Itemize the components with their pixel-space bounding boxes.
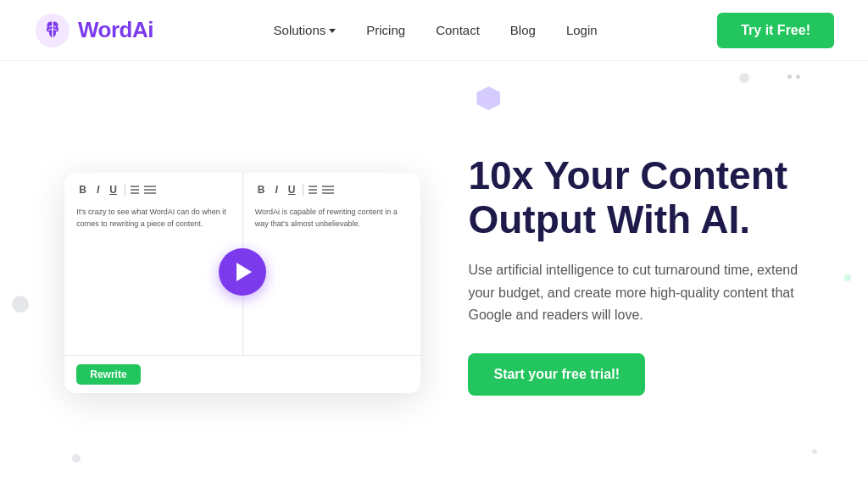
deco-hexagon: [476, 86, 500, 110]
deco-mini-dot: [796, 75, 800, 79]
rewrite-button[interactable]: Rewrite: [76, 364, 140, 385]
editor-text-right: WordAi is capable of rewriting content i…: [255, 207, 409, 230]
deco-dot-top: [739, 73, 749, 83]
logo-icon: [34, 12, 71, 49]
toolbar-list-r: [309, 186, 334, 194]
nav-pricing[interactable]: Pricing: [366, 23, 405, 37]
hero-subtitle: Use artificial intelligence to cut turna…: [468, 259, 826, 326]
chevron-down-icon: [329, 29, 336, 33]
editor-pane-left: B I U: [64, 173, 243, 355]
editor-text-left: It's crazy to see what WordAI can do whe…: [76, 207, 231, 230]
toolbar-italic-r[interactable]: I: [272, 183, 280, 197]
toolbar-bold-r[interactable]: B: [255, 183, 268, 197]
toolbar-italic[interactable]: I: [94, 183, 102, 197]
toolbar-sep-1: [125, 184, 125, 196]
nav-blog[interactable]: Blog: [510, 23, 536, 37]
deco-dot-right: [844, 274, 851, 281]
play-icon: [236, 263, 252, 281]
play-button[interactable]: [219, 248, 266, 296]
toolbar-list: [131, 186, 156, 194]
toolbar-sep-2: [303, 184, 303, 196]
toolbar-right: B I U: [255, 183, 409, 197]
toolbar-underline[interactable]: U: [107, 183, 120, 197]
editor-card: B I U: [64, 173, 420, 393]
logo[interactable]: WordAi: [34, 12, 153, 49]
logo-text: WordAi: [78, 17, 153, 43]
main-content: B I U: [0, 61, 868, 488]
deco-dots-row: [787, 75, 800, 79]
hero-panel: 10x Your Content Output With AI. Use art…: [451, 61, 868, 488]
trial-button[interactable]: Start your free trial!: [468, 353, 644, 396]
deco-dot-small: [812, 449, 817, 454]
deco-circle-1: [12, 296, 29, 313]
demo-panel: B I U: [0, 61, 451, 488]
try-free-button[interactable]: Try it Free!: [717, 13, 834, 48]
deco-mini-dot: [787, 75, 792, 79]
toolbar-underline-r[interactable]: U: [286, 183, 298, 197]
nav-contact[interactable]: Contact: [436, 23, 480, 37]
nav-login[interactable]: Login: [566, 23, 598, 37]
deco-circle-2: [72, 454, 81, 463]
toolbar-left: B I U: [76, 183, 231, 197]
hero-title: 10x Your Content Output With AI.: [468, 153, 826, 243]
toolbar-bold[interactable]: B: [76, 183, 89, 197]
editor-bottom: Rewrite: [64, 355, 420, 393]
main-nav: Solutions Pricing Contact Blog Login: [274, 23, 598, 37]
header: WordAi Solutions Pricing Contact Blog Lo…: [0, 0, 868, 61]
nav-solutions[interactable]: Solutions: [274, 23, 337, 37]
editor-pane-right: B I U: [243, 173, 421, 355]
